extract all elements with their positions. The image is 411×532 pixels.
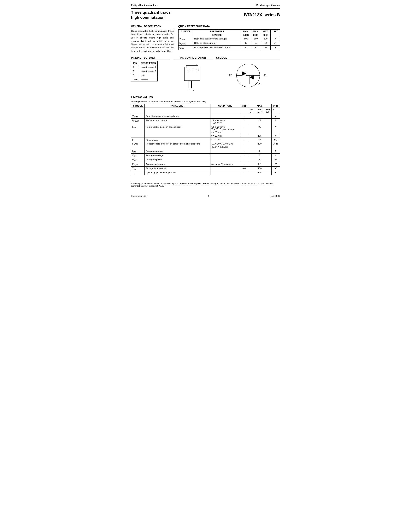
- lv-pgav-sym: PG(AV): [131, 162, 145, 166]
- pinning-col: PINNING - SOT186A PIN DESCRIPTION 1 main…: [131, 56, 170, 81]
- lv-itsm-param: Non-repetitive peak on-state current: [145, 125, 210, 138]
- lv-itrms-cond: full sine wave;The ≤ 56 °C: [210, 118, 240, 125]
- lv-pgm-max: 5: [248, 158, 271, 162]
- lv-itsm-cond1: full sine wave;Tj = 25 °C prior to surge…: [210, 125, 240, 134]
- lv-sub-cond: [210, 108, 240, 114]
- title-line2: high commutation: [131, 15, 171, 20]
- qr-subtitle-unit: [271, 33, 280, 37]
- footnote-content: Although not recommended, off-state volt…: [131, 182, 273, 187]
- pin-desc-3: gate: [139, 73, 158, 77]
- lv-itsm-min2: -: [240, 134, 248, 138]
- lv-row-itsm: ITSM Non-repetitive peak on-state curren…: [131, 125, 280, 134]
- lv-row-pgav: PG(AV) Average gate power over any 20 ms…: [131, 162, 280, 166]
- gen-desc-text: Glass passivated high commutation triacs…: [131, 29, 174, 53]
- qr-itsm-800: 95: [261, 46, 271, 50]
- quick-reference-section: QUICK REFERENCE DATA SYMBOL PARAMETER MA…: [178, 25, 280, 53]
- lv-didt-param: Repetitive rate of rise of on-state curr…: [145, 142, 210, 149]
- lv-i2t-cond: t = 10 ms: [210, 138, 240, 142]
- svg-marker-17: [242, 72, 246, 76]
- pin-num-1: 1: [131, 65, 139, 69]
- qr-itrms-600: 12: [251, 41, 261, 46]
- pin-row-case: case isolated: [131, 77, 158, 81]
- symbol-svg: T2 T1 G: [227, 61, 270, 92]
- lv-igm-cond: [210, 149, 240, 153]
- title-left: Three quadrant triacs high commutation: [131, 10, 171, 20]
- quick-reference-table: SYMBOL PARAMETER MAX. MAX. MAX. UNIT BTA…: [178, 29, 280, 50]
- lv-itsm-max1: 95: [248, 125, 271, 134]
- lv-vgm-max: 5: [248, 154, 271, 158]
- qr-itsm-sym: ITSM: [178, 46, 193, 50]
- lv-itrms-sym: IT(RMS): [131, 118, 145, 125]
- svg-point-5: [196, 69, 198, 71]
- lv-vgm-cond: [210, 154, 240, 158]
- lv-igm-unit: A: [271, 149, 280, 153]
- pin-row-3: 3 gate: [131, 73, 158, 77]
- lv-itrms-min: -: [240, 118, 248, 125]
- lv-row-i2t: I2t I2t for fusing t = 10 ms - 45 A2s: [131, 138, 280, 142]
- svg-text:1: 1: [188, 90, 189, 92]
- pinning-section: PINNING - SOT186A PIN DESCRIPTION 1 main…: [131, 56, 280, 92]
- lv-i2t-sym: I2t: [131, 138, 145, 142]
- company-name: Philips Semiconductors: [131, 4, 158, 7]
- lv-vdrm-sym: VDRM: [131, 114, 145, 118]
- lv-title: LIMITING VALUES: [131, 96, 280, 99]
- lv-igm-param: Peak gate current: [145, 149, 210, 153]
- lv-didt-unit: A/µs: [271, 142, 280, 149]
- lv-didt-max: 100: [248, 142, 271, 149]
- lv-vdrm-cond: [210, 114, 240, 118]
- footer-revision: Rev 1.200: [270, 195, 280, 197]
- lv-vdrm-max2: [256, 114, 264, 118]
- lv-itsm-unit2: A: [271, 134, 280, 138]
- footer: September 1997 1 Rev 1.200: [131, 195, 280, 197]
- svg-text:2: 2: [190, 90, 191, 92]
- footer-page: 1: [208, 195, 209, 197]
- title-section: Three quadrant triacs high commutation B…: [131, 8, 280, 21]
- lv-igm-max: 2: [248, 149, 271, 153]
- lv-i2t-unit: A2s: [271, 138, 280, 142]
- pinning-table: PIN DESCRIPTION 1 main terminal 1 2 main…: [131, 61, 158, 81]
- lv-row-didt: dIT/dt Repetitive rate of rise of on-sta…: [131, 142, 280, 149]
- pin-num-3: 3: [131, 73, 139, 77]
- svg-marker-19: [250, 76, 253, 79]
- lv-sub-600: -6006001: [256, 108, 264, 114]
- pin-col-header: PIN: [131, 61, 139, 65]
- lv-igm-min: -: [240, 149, 248, 153]
- svg-rect-2: [186, 66, 198, 68]
- lv-itsm-unit1: A: [271, 125, 280, 134]
- lv-didt-sym: dIT/dt: [131, 142, 145, 149]
- lv-tstg-max: 150: [248, 167, 271, 171]
- lv-row-vdrm: VDRM Repetitive peak off-state voltages …: [131, 114, 280, 118]
- lv-igm-sym: IGM: [131, 149, 145, 153]
- title-right: BTA212X series B: [244, 12, 280, 17]
- lv-tj-unit: °C: [271, 171, 280, 175]
- lv-col-parameter: PARAMETER: [145, 104, 210, 108]
- svg-text:T1: T1: [264, 74, 267, 76]
- svg-rect-1: [184, 67, 200, 81]
- qr-row-vdrm: VDRM Repetitive peak off-state voltages …: [178, 37, 280, 41]
- pin-num-2: 2: [131, 69, 139, 73]
- pin-config-col: PIN CONFIGURATION case 1 2: [174, 56, 212, 92]
- top-section: GENERAL DESCRIPTION Glass passivated hig…: [131, 25, 280, 53]
- limiting-values-table: SYMBOL PARAMETER CONDITIONS MIN. MAX. UN…: [131, 104, 280, 175]
- qr-itrms-unit: A: [271, 41, 280, 46]
- pin-desc-case: isolated: [139, 77, 158, 81]
- svg-point-4: [192, 69, 194, 71]
- lv-sub-500: -5005001: [248, 108, 256, 114]
- qr-vdrm-600: 600: [251, 37, 261, 41]
- lv-vgm-unit: V: [271, 154, 280, 158]
- lv-pgm-param: Peak gate power: [145, 158, 210, 162]
- lv-pgm-sym: PGM: [131, 158, 145, 162]
- lv-col-max: MAX.: [248, 104, 271, 108]
- pin-num-case: case: [131, 77, 139, 81]
- lv-vdrm-max1: [248, 114, 256, 118]
- lv-pgm-cond: [210, 158, 240, 162]
- symbol-title: SYMBOL: [216, 56, 280, 60]
- lv-tstg-unit: °C: [271, 167, 280, 171]
- lv-itrms-max: 12: [248, 118, 271, 125]
- package-svg: case 1 2 3: [177, 61, 208, 92]
- qr-col-unit: UNIT: [271, 30, 280, 33]
- symbol-drawing: T2 T1 G: [216, 61, 280, 92]
- lv-itsm-sym: ITSM: [131, 125, 145, 138]
- qr-vdrm-800: 800: [261, 37, 271, 41]
- qr-col-max2: MAX.: [251, 30, 261, 33]
